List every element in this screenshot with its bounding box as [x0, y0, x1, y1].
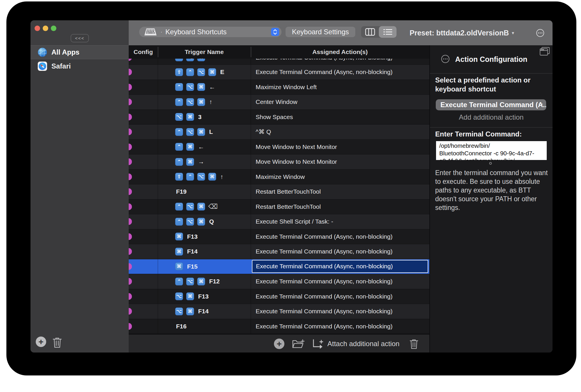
assigned-action-cell[interactable]: Execute Terminal Command (Async, non-blo…: [256, 289, 428, 304]
config-dot[interactable]: [129, 278, 132, 285]
table-row[interactable]: ⌃⌥⌘F12Execute Terminal Command (Async, n…: [129, 274, 429, 289]
preset-selector[interactable]: Preset: bttdata2.oldVersionB ▾: [410, 20, 514, 45]
assigned-action-cell-selected[interactable]: Execute Terminal Command (Async, non-blo…: [252, 260, 428, 273]
table-row[interactable]: ⌘F15Execute Terminal Command (Async, non…: [129, 259, 429, 274]
trigger-type-dropdown[interactable]: · Keyboard Shortcuts: [139, 27, 281, 37]
add-additional-action-link[interactable]: Add additional action: [430, 113, 553, 121]
trigger-shortcut[interactable]: ⌃⌥⌘: [175, 59, 208, 65]
table-row[interactable]: ⌃⌥⌘Execute Terminal Command (Async, non-…: [129, 59, 429, 65]
table-row[interactable]: F19Restart BetterTouchTool: [129, 184, 429, 199]
trigger-shortcut[interactable]: ⌥⌘3: [175, 110, 202, 125]
config-dot[interactable]: [129, 248, 132, 255]
config-dot[interactable]: [129, 293, 132, 300]
assigned-action-cell[interactable]: Maximize Window: [256, 170, 428, 184]
table-row[interactable]: ⌃⌥⌘⌫Restart BetterTouchTool: [129, 199, 429, 215]
trigger-shortcut[interactable]: ⌥⌘F13: [175, 289, 209, 304]
keyboard-settings-button[interactable]: Keyboard Settings: [286, 27, 355, 37]
list-view-button[interactable]: [379, 26, 397, 38]
assigned-action-cell[interactable]: Execute Terminal Command (Async, non-blo…: [256, 244, 428, 259]
trigger-shortcut[interactable]: ⌃⌘←: [175, 140, 204, 154]
assigned-action-cell[interactable]: Execute Shell Script / Task: -: [256, 214, 428, 229]
table-row[interactable]: ⌃⌘→Move Window to Next Monitor: [129, 154, 429, 170]
table-row[interactable]: ⌘F13Execute Terminal Command (Async, non…: [129, 229, 429, 244]
column-header-config[interactable]: Config: [129, 45, 158, 59]
delete-app-icon[interactable]: [52, 337, 62, 348]
config-dot[interactable]: [129, 69, 132, 75]
assigned-action-cell[interactable]: Center Window: [256, 95, 428, 109]
zoom-button[interactable]: [51, 26, 56, 31]
dropdown-stepper-icon[interactable]: [271, 28, 279, 36]
columns-view-button[interactable]: [361, 26, 379, 38]
config-dot[interactable]: [129, 308, 132, 315]
trigger-shortcut[interactable]: ⌘F14: [175, 244, 198, 259]
config-dot[interactable]: [129, 218, 132, 225]
sidebar-item-all-apps[interactable]: All Apps: [31, 45, 129, 59]
config-dot[interactable]: [129, 84, 132, 90]
assigned-action-cell[interactable]: Execute Terminal Command (Async, non-blo…: [256, 229, 428, 244]
config-dot[interactable]: [129, 173, 132, 180]
assigned-action-cell[interactable]: Restart BetterTouchTool: [256, 199, 428, 214]
trigger-shortcut[interactable]: ⇧⌃⌥⌘↑: [175, 170, 223, 184]
trigger-shortcut[interactable]: ⌃⌥⌘⌫: [175, 199, 218, 214]
table-row[interactable]: ⌘F14Execute Terminal Command (Async, non…: [129, 244, 429, 259]
trigger-shortcut[interactable]: ⌃⌥⌘Q: [175, 214, 214, 229]
table-row[interactable]: ⌃⌥⌘L^⌘ Q: [129, 125, 429, 140]
config-dot[interactable]: [129, 143, 132, 150]
sidebar-item-safari[interactable]: Safari: [31, 59, 129, 73]
assigned-action-cell[interactable]: Execute Terminal Command (Async, non-blo…: [256, 65, 428, 80]
trigger-shortcut[interactable]: ⌃⌥⌘L: [175, 125, 213, 139]
trigger-shortcut[interactable]: F16: [175, 319, 187, 334]
table-row[interactable]: ⌥⌘F14Execute Terminal Command (Async, no…: [129, 304, 429, 319]
trigger-shortcut[interactable]: F19: [175, 184, 187, 199]
table-row[interactable]: ⌃⌥⌘↑Center Window: [129, 95, 429, 110]
assigned-action-cell[interactable]: Restart BetterTouchTool: [256, 184, 428, 199]
assigned-action-cell[interactable]: Move Window to Next Monitor: [256, 154, 428, 169]
config-dot[interactable]: [129, 263, 132, 270]
trigger-shortcut[interactable]: ⌘F13: [175, 229, 198, 244]
assigned-action-cell[interactable]: Execute Terminal Command (Async, non-blo…: [256, 319, 428, 334]
attach-additional-action-label[interactable]: Attach additional action: [327, 335, 399, 353]
config-dot[interactable]: [129, 159, 132, 165]
config-dot[interactable]: [129, 203, 132, 210]
table-row[interactable]: ⇧⌃⌥⌘↑Maximize Window: [129, 170, 429, 185]
config-dot[interactable]: [129, 99, 132, 105]
assigned-action-cell[interactable]: Execute Terminal Command (Async, non-blo…: [256, 304, 428, 319]
trigger-shortcut[interactable]: ⌥⌘F14: [175, 304, 209, 319]
minimize-button[interactable]: [43, 26, 48, 31]
add-app-button[interactable]: +: [36, 337, 46, 347]
collapse-sidebar-button[interactable]: <<<: [71, 34, 89, 42]
config-dot[interactable]: [129, 233, 132, 240]
delete-trigger-icon[interactable]: [409, 339, 419, 350]
assigned-action-cell[interactable]: Move Window to Next Monitor: [256, 140, 428, 154]
assigned-action-cell[interactable]: Show Spaces: [256, 110, 428, 125]
table-row[interactable]: ⌃⌥⌘←Maximize Window Left: [129, 80, 429, 95]
attach-action-icon[interactable]: [312, 338, 325, 350]
table-row[interactable]: ⌥⌘F13Execute Terminal Command (Async, no…: [129, 289, 429, 304]
table-row[interactable]: ⌃⌘←Move Window to Next Monitor: [129, 140, 429, 155]
terminal-command-textarea[interactable]: /opt/homebrew/bin/BluetoothConnector -c …: [436, 141, 547, 160]
config-dot[interactable]: [129, 59, 132, 61]
column-header-trigger-name[interactable]: Trigger Name: [158, 45, 251, 59]
predefined-action-dropdown[interactable]: Execute Terminal Command (A...: [436, 99, 546, 110]
add-trigger-button[interactable]: +: [274, 339, 284, 349]
add-group-icon[interactable]: [292, 339, 305, 349]
toolbar-more-icon[interactable]: [536, 29, 544, 37]
panel-more-icon[interactable]: [441, 55, 450, 63]
assigned-action-cell[interactable]: ^⌘ Q: [256, 125, 428, 139]
trigger-shortcut[interactable]: ⌃⌘→: [175, 154, 204, 169]
trigger-shortcut[interactable]: ⇧⌃⌥⌘E: [175, 65, 224, 80]
assigned-action-cell[interactable]: Maximize Window Left: [256, 80, 428, 95]
trigger-shortcut[interactable]: ⌃⌥⌘↑: [175, 95, 212, 109]
close-button[interactable]: [35, 26, 40, 31]
trigger-shortcut[interactable]: ⌃⌥⌘F12: [175, 274, 220, 289]
config-dot[interactable]: [129, 323, 132, 330]
column-header-assigned-actions[interactable]: Assigned Action(s): [251, 45, 429, 59]
table-row[interactable]: ⇧⌃⌥⌘EExecute Terminal Command (Async, no…: [129, 65, 429, 80]
trigger-shortcut[interactable]: ⌘F15: [175, 259, 198, 274]
config-dot[interactable]: [129, 188, 132, 195]
table-row[interactable]: ⌥⌘3Show Spaces: [129, 110, 429, 125]
config-dot[interactable]: [129, 129, 132, 135]
table-row[interactable]: F16Execute Terminal Command (Async, non-…: [129, 319, 429, 334]
trigger-shortcut[interactable]: ⌃⌥⌘←: [175, 80, 215, 95]
textarea-resize-handle[interactable]: [489, 162, 492, 165]
